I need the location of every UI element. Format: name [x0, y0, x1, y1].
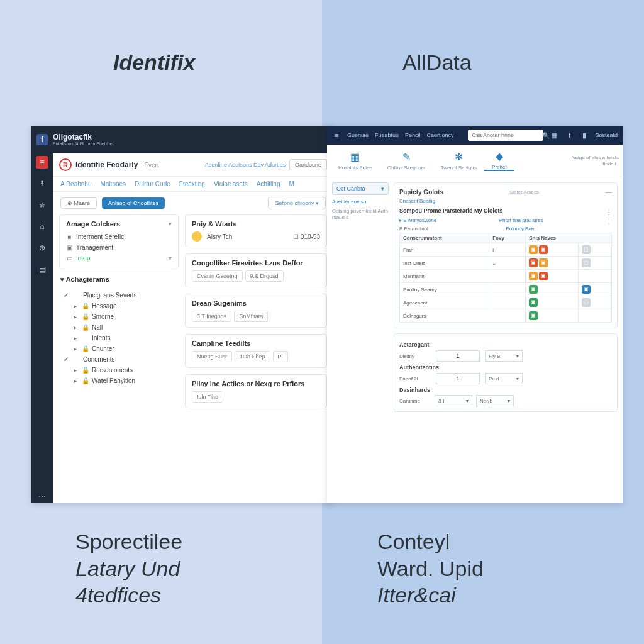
chip[interactable]: 1Oh Shep [235, 351, 270, 362]
menu-icon[interactable]: ≡ [332, 131, 341, 139]
topmenu-item[interactable]: Gueniae [347, 132, 369, 138]
left-dropdown[interactable]: Oct Canbta▾ [332, 182, 389, 195]
flag-icon[interactable]: ▮ [580, 131, 589, 140]
side-tree-item[interactable]: ✔Concments [63, 354, 179, 365]
form-select[interactable]: Pu ri▾ [485, 373, 523, 384]
form-label: Enonf 2i [399, 376, 431, 382]
status-square-icon[interactable]: ▣ [582, 285, 591, 294]
status-square-icon[interactable]: ▣ [539, 272, 548, 280]
search-input[interactable] [472, 132, 542, 138]
side-card-title: Amage Colckers [66, 220, 120, 228]
tab-item[interactable]: Mnitones [101, 180, 126, 187]
header-button[interactable]: Oandoune [289, 159, 327, 170]
form-select[interactable]: &·l▾ [435, 395, 472, 406]
chip[interactable]: Nuettg Suer [192, 351, 232, 362]
caption-right: Conteyl Ward. Upid Itter&cai [377, 528, 484, 609]
panel-small-link[interactable]: ▸ B Amtyoswone [399, 218, 436, 223]
section-title: Authenitentins [399, 364, 612, 370]
tab-item[interactable]: Viulac asnts [214, 180, 248, 187]
side-tree-item[interactable]: ▸🔒Hessage [63, 301, 179, 311]
lock-icon: 🔒 [82, 345, 88, 352]
side-tree-item[interactable]: ▸Inlents [63, 333, 179, 343]
tab-item[interactable]: ✎Ohllins Skegoper [380, 150, 433, 171]
topmenu-item[interactable]: Fueabtuu [375, 132, 399, 138]
tab-item[interactable]: Fteaxting [179, 180, 205, 187]
side-tree-item[interactable]: ✔Plucignaos Severts [63, 290, 179, 301]
chip[interactable]: Ialn Tiho [192, 391, 223, 402]
rail-item-home2-icon[interactable]: ⌂ [36, 220, 48, 233]
tab-item[interactable]: Dulrtur Cude [135, 180, 170, 187]
collapse-icon[interactable]: — [605, 188, 612, 196]
kebab-icon[interactable]: ⋮ [606, 209, 612, 216]
tab-item[interactable]: Acbitling [257, 180, 280, 187]
tab-item[interactable]: ▦Husnints Puiee [331, 150, 380, 171]
chip[interactable]: 9.& Drgosd [245, 270, 284, 282]
status-square-icon[interactable]: ▣ [529, 311, 538, 320]
chip[interactable]: Pl [273, 351, 288, 362]
social-icon[interactable]: f [565, 131, 574, 139]
feed-card: Pniy & WtartsAlsry Tch☐ 010-53 [185, 214, 327, 247]
side-list-item[interactable]: ■Interment Sereficl [66, 231, 172, 242]
tab-item[interactable]: ✻Twennt Senigtrs [433, 150, 484, 171]
grid-icon[interactable]: ▦ [550, 131, 558, 140]
chip[interactable]: SnMftiars [234, 311, 268, 322]
rail-item-more-icon[interactable]: ⋯ [36, 491, 48, 503]
topmenu-item[interactable]: Caertioncy [427, 132, 454, 138]
top-right-label[interactable]: Sosteatd [595, 132, 618, 138]
chip[interactable]: 3 T Inegoos [192, 311, 231, 322]
search-icon[interactable]: 🔍 [542, 132, 550, 139]
dropdown-select[interactable]: Sefone chigony ▾ [268, 197, 326, 209]
tree-arrow-icon: ▸ [72, 367, 78, 374]
topmenu-item[interactable]: Pencil [405, 132, 421, 138]
rail-item-person-icon[interactable]: ✮ [36, 199, 48, 211]
chip[interactable]: Cvanln Gsoetng [192, 270, 243, 282]
panel-small-link[interactable]: Poloocy Bne [506, 226, 534, 231]
tab-item[interactable]: ◆Prohet [484, 150, 514, 171]
tab-icon: ◆ [496, 150, 503, 162]
more-button[interactable]: ⊕ Maare [60, 197, 97, 209]
side-tree-item[interactable]: ▸🔒Rarsantonents [63, 365, 179, 375]
left-link[interactable]: Anether eoetsn [332, 199, 389, 204]
lock-icon: 🔒 [82, 303, 88, 309]
lock-icon: 🔒 [82, 377, 88, 384]
status-square-icon[interactable]: ▢ [582, 258, 591, 267]
feed-card: Congolliker Firevirtes Lzus DefforCvanln… [185, 253, 327, 287]
panel-main: Papicty Golots Siéter Amecs — Cnosent Bo… [394, 182, 618, 328]
primary-pill-button[interactable]: Anlsog of Cnootlites [102, 197, 165, 209]
status-square-icon[interactable]: ▣ [529, 258, 538, 267]
side-tree-item[interactable]: ▸🔒Cnunter [63, 343, 179, 354]
status-square-icon[interactable]: ▣ [529, 272, 538, 280]
side-tree-item[interactable]: ▸🔒Smorne [63, 311, 179, 322]
status-square-icon[interactable]: ▣ [539, 258, 548, 267]
lock-icon: 🔒 [82, 313, 88, 320]
panel-link[interactable]: Cnosent Boaing [399, 198, 612, 204]
chevron-down-icon[interactable]: ▾ [169, 221, 172, 227]
rail-item-up-icon[interactable]: ↟ [36, 177, 48, 190]
form-input[interactable] [436, 350, 480, 362]
search-box[interactable]: 🔍 [468, 130, 543, 141]
status-square-icon[interactable]: ▣ [539, 245, 548, 254]
rail-item-doc-icon[interactable]: ▤ [36, 263, 48, 275]
tab-item[interactable]: A Reahnhu [60, 180, 92, 187]
status-square-icon[interactable]: ▣ [529, 285, 538, 294]
tab-item[interactable]: M [289, 180, 294, 187]
side-list-item[interactable]: ▭Intop▾ [66, 253, 172, 264]
side-list-item[interactable]: ▣Tranagement [66, 242, 172, 253]
kebab-icon[interactable]: ⋮ [606, 218, 612, 226]
form-select[interactable]: Npr(b▾ [476, 395, 514, 406]
side-tree-item[interactable]: ▸🔒Nall [63, 322, 179, 333]
rail-item-globe-icon[interactable]: ⊕ [36, 242, 48, 254]
header-link[interactable]: Acenfine Aeotsons Dav Adurties [205, 162, 286, 168]
status-square-icon[interactable]: ▢ [582, 245, 591, 254]
table-row: Inst Cnels1▣▣▢ [400, 257, 612, 270]
panel-small-link[interactable]: Phort fina prat lures [499, 218, 543, 223]
form-select[interactable]: Fiy B▾ [485, 350, 523, 362]
side-tree-item[interactable]: ▸🔒Watel Pahyition [63, 375, 179, 386]
status-square-icon[interactable]: ▣ [529, 245, 538, 254]
left-rail: ≡ ↟ ✮ ⌂ ⊕ ▤ ⋯ [31, 153, 53, 503]
form-input[interactable] [436, 373, 480, 384]
rail-item-home-icon[interactable]: ≡ [36, 156, 48, 169]
panel-small-link[interactable]: B Eeronctnol [399, 226, 428, 231]
status-square-icon[interactable]: ▢ [582, 298, 591, 307]
status-square-icon[interactable]: ▣ [529, 298, 538, 307]
